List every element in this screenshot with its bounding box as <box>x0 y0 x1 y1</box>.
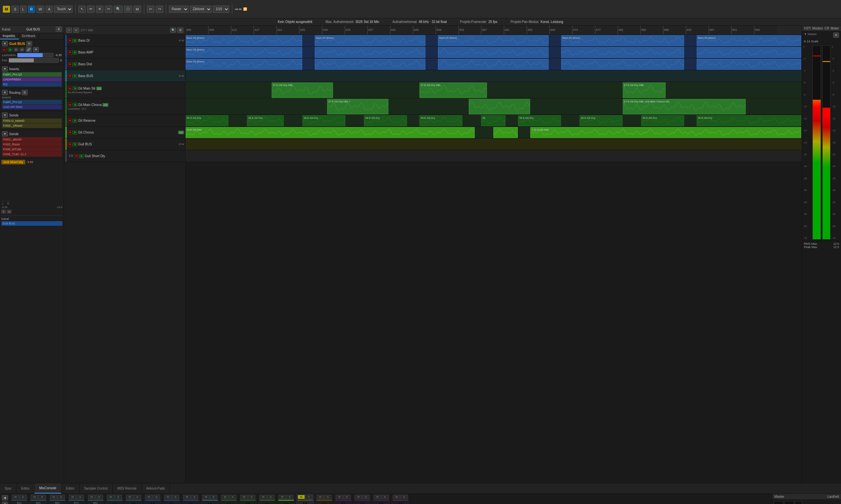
tool-zoom-in[interactable]: 🔍 <box>114 5 123 13</box>
btab-mixconsole[interactable]: MixConsole <box>34 483 61 493</box>
inserts-expand-btn[interactable]: ▼ <box>2 66 8 72</box>
mode-l-btn[interactable]: L <box>20 5 27 13</box>
routing-expand-btn[interactable]: ▼ <box>2 90 8 95</box>
mode-m-btn[interactable]: M <box>3 5 10 13</box>
ch-mute-16[interactable]: M <box>317 495 324 499</box>
ch-mute-1[interactable]: M <box>31 495 38 499</box>
bass-bus-solo[interactable]: S <box>73 74 77 78</box>
tool-glue[interactable]: ⬡ <box>124 5 132 13</box>
ch-solo-19[interactable]: S <box>381 495 389 499</box>
read-btn[interactable]: R <box>14 48 18 52</box>
git-reserve-solo[interactable]: S <box>73 119 77 123</box>
btab-editor[interactable]: Editor <box>16 483 34 493</box>
guit-bus-mute[interactable]: M <box>68 142 72 146</box>
sende-fx01-akon[interactable]: FX01-_akonD <box>2 137 62 142</box>
ch-solo-9[interactable]: S <box>191 495 198 499</box>
git-reserve-mute[interactable]: M <box>68 119 72 123</box>
ch-solo-18[interactable]: S <box>362 495 370 499</box>
tool-erase[interactable]: ✕ <box>96 5 103 13</box>
ch-mute-19[interactable]: M <box>374 495 381 499</box>
undo-btn[interactable]: ↩ <box>147 5 154 13</box>
ch-solo-17[interactable]: S <box>343 495 350 499</box>
ch-solo-6[interactable]: S <box>134 495 141 499</box>
kanal-config-btn[interactable]: ⚙ <box>56 26 62 32</box>
bass-di-mute[interactable]: M <box>68 39 72 43</box>
mute-btn[interactable]: M <box>2 48 6 52</box>
ch-solo-11[interactable]: S <box>229 495 236 499</box>
ch-mute-11[interactable]: M <box>221 495 229 499</box>
track-search-btn[interactable]: 🔍 <box>170 28 176 33</box>
tool-mute[interactable]: M <box>133 5 141 13</box>
tool-pencil[interactable]: ✏ <box>87 5 95 13</box>
git-main-str-solo[interactable]: S <box>73 86 78 90</box>
zahlzeit-select[interactable]: Zählzeit <box>190 5 211 13</box>
insert-fabfi[interactable]: FabFi_Pro-Q2 <box>2 72 62 77</box>
git-main-chorus-solo[interactable]: S <box>73 103 78 107</box>
ch-mute-20[interactable]: M <box>393 495 400 499</box>
monitor-btn[interactable]: 👁 <box>33 47 39 52</box>
insert-eq[interactable]: EQ <box>2 82 62 87</box>
sende-fx02-room[interactable]: FX02_Room <box>2 142 62 147</box>
btab-midi[interactable]: MIDI Remote <box>113 483 142 493</box>
ch-solo-8[interactable]: S <box>172 495 179 499</box>
git-chorus-mute[interactable]: M <box>68 131 72 134</box>
git-main-chorus-mute[interactable]: M <box>68 103 72 107</box>
ch-solo-10[interactable]: S <box>210 495 217 499</box>
git-main-str-mute[interactable]: M <box>68 86 72 90</box>
btab-akkord[interactable]: Akkord-Pads <box>142 483 170 493</box>
ch-solo-5[interactable]: S <box>115 495 122 499</box>
ch-solo-0[interactable]: S <box>19 495 27 499</box>
ch-mute-9[interactable]: M <box>183 495 191 499</box>
fx-mute[interactable]: M <box>74 154 79 158</box>
mixer-expand-btn[interactable]: ◀ <box>2 495 8 500</box>
ch-solo-2[interactable]: S <box>57 495 65 499</box>
ch-mute-5[interactable]: M <box>107 495 114 499</box>
mode-a-btn[interactable]: A <box>46 5 53 13</box>
guit-bus-solo[interactable]: S <box>73 142 77 146</box>
sende-fx05-mt[interactable]: FX05_MT140 <box>2 147 62 151</box>
sende-expand-btn[interactable]: ▼ <box>2 131 8 137</box>
sende-fx05-t[interactable]: FX05_T140 -11.2 <box>2 152 62 157</box>
ch-mute-18[interactable]: M <box>355 495 362 499</box>
tool-split[interactable]: ✂ <box>105 5 113 13</box>
mode-r-btn[interactable]: R <box>28 5 35 13</box>
ch-mute-4[interactable]: M <box>88 495 95 499</box>
ch-solo-1[interactable]: S <box>38 495 46 499</box>
btab-spur[interactable]: Spur <box>0 483 16 493</box>
guit-short-dly-badge[interactable]: Guit Short Dly <box>1 160 25 164</box>
raster-select[interactable]: Raster <box>169 5 189 13</box>
track-config-btn[interactable]: ⚙ <box>177 28 183 33</box>
inspector-tab[interactable]: Inspekto. <box>0 33 19 39</box>
ch-solo-16[interactable]: S <box>324 495 331 499</box>
meter-options-btn[interactable]: ⚙ <box>833 33 839 38</box>
settings-btn[interactable]: ⚙ <box>26 41 32 46</box>
ch-mute-14[interactable]: M <box>279 495 286 499</box>
ch-mute-12[interactable]: M <box>240 495 248 499</box>
ch-mute-13[interactable]: M <box>259 495 267 499</box>
ch-solo-4[interactable]: S <box>96 495 103 499</box>
bass-dist-solo[interactable]: S <box>73 62 77 66</box>
btab-editor2[interactable]: Editor <box>62 483 80 493</box>
mode-w-btn[interactable]: W <box>36 5 44 13</box>
mixer-settings-btn[interactable]: ⚙ <box>2 502 8 504</box>
volume-slider[interactable] <box>17 53 54 57</box>
ch-solo-15[interactable]: S <box>305 495 312 499</box>
bass-amp-solo[interactable]: S <box>73 51 77 54</box>
rw-r-btn[interactable]: R <box>1 210 6 214</box>
ch-mute-3[interactable]: M <box>69 495 76 499</box>
mode-s-btn[interactable]: S <box>12 5 18 13</box>
sichtbar-tab[interactable]: Sichtbark. <box>19 33 39 39</box>
ch-solo-3[interactable]: S <box>76 495 84 499</box>
send-fx02[interactable]: FX02-_1Room <box>2 123 62 128</box>
redo-btn[interactable]: ↪ <box>156 5 163 13</box>
bass-bus-mute[interactable]: M <box>68 74 72 78</box>
ch-mute-17[interactable]: M <box>336 495 343 499</box>
pan-slider[interactable] <box>8 58 59 63</box>
write-btn[interactable]: W <box>20 48 24 52</box>
fx-solo[interactable]: S <box>79 154 84 158</box>
btab-sampler[interactable]: Sampler Control <box>80 483 113 493</box>
tool-pointer[interactable]: ↖ <box>78 5 86 13</box>
quantize-select[interactable]: 1/16 <box>213 5 229 13</box>
expand-btn[interactable]: ▼ <box>2 41 8 46</box>
ch-mute-2[interactable]: M <box>50 495 57 499</box>
